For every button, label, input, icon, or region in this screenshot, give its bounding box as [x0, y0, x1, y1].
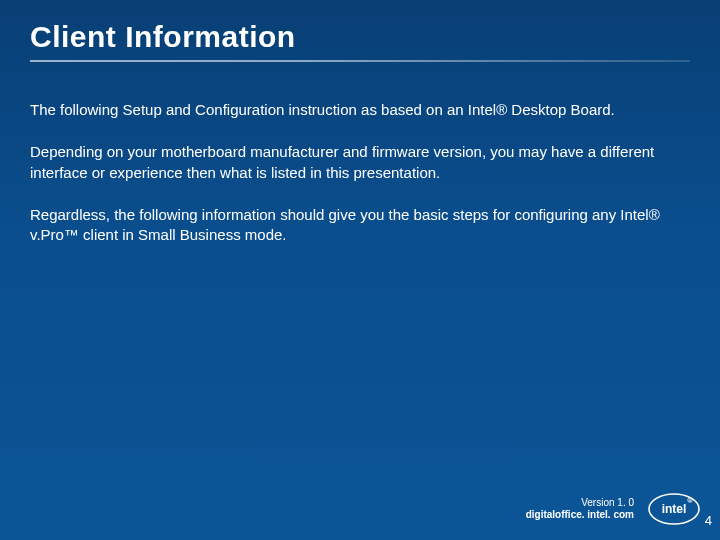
- title-divider: [30, 60, 690, 62]
- body-paragraph-2: Depending on your motherboard manufactur…: [30, 142, 670, 183]
- version-label: Version 1. 0: [526, 497, 634, 510]
- footer: Version 1. 0 digitaloffice. intel. com i…: [526, 492, 700, 526]
- footer-text: Version 1. 0 digitaloffice. intel. com: [526, 497, 634, 522]
- body-paragraph-3: Regardless, the following information sh…: [30, 205, 670, 246]
- footer-url: digitaloffice. intel. com: [526, 509, 634, 522]
- slide: Client Information The following Setup a…: [0, 0, 720, 540]
- svg-text:R: R: [689, 499, 692, 503]
- slide-title: Client Information: [30, 20, 690, 54]
- body-paragraph-1: The following Setup and Configuration in…: [30, 100, 670, 120]
- page-number: 4: [705, 513, 712, 528]
- intel-logo-text: intel: [662, 502, 687, 516]
- intel-logo-icon: intel R: [648, 492, 700, 526]
